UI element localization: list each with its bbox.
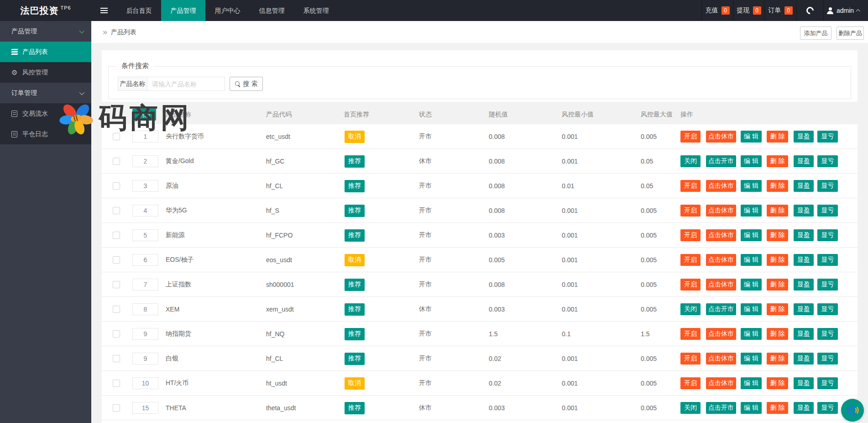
edit-button[interactable]: 编 辑 xyxy=(741,279,762,291)
show-loss-button[interactable]: 显亏 xyxy=(817,131,838,143)
toggle-button[interactable]: 开启 xyxy=(680,377,701,389)
show-loss-button[interactable]: 显亏 xyxy=(817,254,838,266)
show-profit-button[interactable]: 显盈 xyxy=(794,377,814,389)
show-loss-button[interactable]: 显亏 xyxy=(817,353,838,365)
show-loss-button[interactable]: 显亏 xyxy=(817,205,838,217)
sort-input[interactable]: 1 xyxy=(132,131,158,143)
sort-input[interactable]: 4 xyxy=(132,205,158,217)
show-loss-button[interactable]: 显亏 xyxy=(817,402,838,414)
delete-button[interactable]: 删 除 xyxy=(767,377,788,389)
market-toggle-button[interactable]: 点击开市 xyxy=(706,155,736,167)
sidebar-item-close-log[interactable]: 平仓日志 xyxy=(0,124,91,144)
recommend-badge[interactable]: 推荐 xyxy=(345,303,365,316)
recommend-badge[interactable]: 推荐 xyxy=(345,279,365,291)
market-toggle-button[interactable]: 点击休市 xyxy=(706,180,736,192)
toggle-button[interactable]: 开启 xyxy=(680,229,701,241)
market-toggle-button[interactable]: 点击休市 xyxy=(706,205,736,217)
row-checkbox[interactable] xyxy=(113,281,120,288)
market-toggle-button[interactable]: 点击休市 xyxy=(706,131,736,143)
top-nav-users[interactable]: 用户中心 xyxy=(205,0,250,21)
top-nav-info[interactable]: 信息管理 xyxy=(250,0,294,21)
sidebar-group-products[interactable]: 产品管理 xyxy=(0,21,91,42)
row-checkbox[interactable] xyxy=(113,182,120,190)
row-checkbox[interactable] xyxy=(113,232,120,239)
edit-button[interactable]: 编 辑 xyxy=(741,402,762,414)
row-checkbox[interactable] xyxy=(113,256,120,264)
sidebar-group-orders[interactable]: 订单管理 xyxy=(0,83,91,103)
refresh-icon[interactable] xyxy=(796,0,824,21)
toggle-button[interactable]: 开启 xyxy=(680,328,701,340)
sort-input[interactable]: 6 xyxy=(132,254,158,266)
show-profit-button[interactable]: 显盈 xyxy=(794,402,814,414)
edit-button[interactable]: 编 辑 xyxy=(741,254,762,266)
delete-button[interactable]: 删 除 xyxy=(767,229,788,241)
toggle-button[interactable]: 开启 xyxy=(680,131,701,143)
announcement-float-button[interactable] xyxy=(841,399,864,422)
delete-button[interactable]: 删 除 xyxy=(767,180,788,192)
sidebar-item-trade-flow[interactable]: 交易流水 xyxy=(0,103,91,124)
delete-button[interactable]: 删 除 xyxy=(767,131,788,143)
market-toggle-button[interactable]: 点击休市 xyxy=(706,353,736,365)
sidebar-item-product-list[interactable]: 产品列表 xyxy=(0,42,91,62)
show-profit-button[interactable]: 显盈 xyxy=(794,229,814,241)
row-checkbox[interactable] xyxy=(113,306,120,313)
sort-input[interactable]: 15 xyxy=(132,402,158,414)
top-nav-products[interactable]: 产品管理 xyxy=(161,0,205,21)
market-toggle-button[interactable]: 点击休市 xyxy=(706,254,736,266)
recommend-badge[interactable]: 推荐 xyxy=(345,229,365,242)
delete-button[interactable]: 删 除 xyxy=(767,328,788,340)
delete-product-button[interactable]: 删除产品 xyxy=(837,26,864,40)
show-profit-button[interactable]: 显盈 xyxy=(794,328,814,340)
sort-input[interactable]: 3 xyxy=(132,180,158,192)
market-toggle-button[interactable]: 点击休市 xyxy=(706,229,736,241)
edit-button[interactable]: 编 辑 xyxy=(741,353,762,365)
delete-button[interactable]: 删 除 xyxy=(767,402,788,414)
edit-button[interactable]: 编 辑 xyxy=(741,377,762,389)
recommend-badge[interactable]: 推荐 xyxy=(345,205,365,217)
delete-button[interactable]: 删 除 xyxy=(767,353,788,365)
show-profit-button[interactable]: 显盈 xyxy=(794,353,814,365)
edit-button[interactable]: 编 辑 xyxy=(741,328,762,340)
sort-input[interactable]: 7 xyxy=(132,279,158,291)
row-checkbox[interactable] xyxy=(113,380,120,387)
show-loss-button[interactable]: 显亏 xyxy=(817,377,838,389)
edit-button[interactable]: 编 辑 xyxy=(741,131,762,143)
recommend-badge[interactable]: 推荐 xyxy=(345,328,365,340)
search-button[interactable]: 搜 索 xyxy=(230,77,263,91)
product-name-input[interactable] xyxy=(147,77,225,91)
recommend-badge[interactable]: 推荐 xyxy=(345,180,365,192)
market-toggle-button[interactable]: 点击休市 xyxy=(706,328,736,340)
row-checkbox[interactable] xyxy=(113,133,120,140)
recommend-badge[interactable]: 推荐 xyxy=(345,353,365,365)
top-nav-system[interactable]: 系统管理 xyxy=(294,0,338,21)
show-loss-button[interactable]: 显亏 xyxy=(817,229,838,241)
menu-toggle-icon[interactable] xyxy=(91,0,117,21)
refresh-sort-button[interactable]: 刷新 xyxy=(132,109,156,121)
delete-button[interactable]: 删 除 xyxy=(767,205,788,217)
row-checkbox[interactable] xyxy=(113,207,120,214)
stat-withdraw[interactable]: 提现 0 xyxy=(733,0,764,21)
edit-button[interactable]: 编 辑 xyxy=(741,180,762,192)
sort-input[interactable]: 2 xyxy=(132,155,158,167)
toggle-button[interactable]: 开启 xyxy=(680,279,701,291)
toggle-button[interactable]: 开启 xyxy=(680,205,701,217)
show-loss-button[interactable]: 显亏 xyxy=(817,328,838,340)
row-checkbox[interactable] xyxy=(113,330,120,338)
top-nav-home[interactable]: 后台首页 xyxy=(117,0,161,21)
toggle-button[interactable]: 开启 xyxy=(680,254,701,266)
toggle-button[interactable]: 关闭 xyxy=(680,303,701,315)
edit-button[interactable]: 编 辑 xyxy=(741,303,762,315)
toggle-button[interactable]: 开启 xyxy=(680,353,701,365)
recommend-badge[interactable]: 取消 xyxy=(345,377,365,390)
edit-button[interactable]: 编 辑 xyxy=(741,205,762,217)
recommend-badge[interactable]: 推荐 xyxy=(345,155,365,168)
row-checkbox[interactable] xyxy=(113,355,120,362)
show-profit-button[interactable]: 显盈 xyxy=(794,303,814,315)
sort-input[interactable]: 10 xyxy=(132,377,158,389)
show-profit-button[interactable]: 显盈 xyxy=(794,254,814,266)
sidebar-item-risk-control[interactable]: ⚙ 风控管理 xyxy=(0,62,91,83)
delete-button[interactable]: 删 除 xyxy=(767,155,788,167)
recommend-badge[interactable]: 推荐 xyxy=(345,402,365,414)
row-checkbox[interactable] xyxy=(113,158,120,165)
edit-button[interactable]: 编 辑 xyxy=(741,155,762,167)
